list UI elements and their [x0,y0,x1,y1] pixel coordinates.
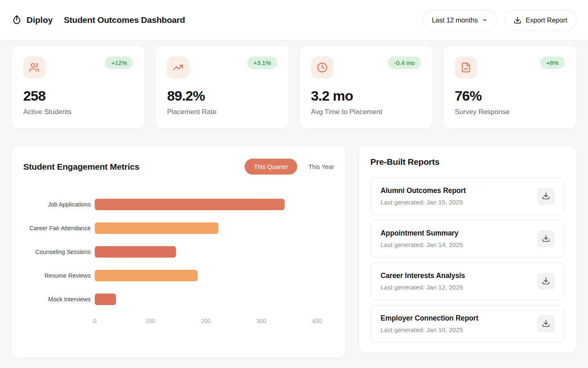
stat-card-top: +12% [23,56,133,79]
chart-title: Student Engagement Metrics [23,162,139,172]
axis-track: 0 100 200 300 400 [95,318,317,326]
reports-title: Pre-Built Reports [370,157,565,167]
chart-row: Counseling Sessions [23,240,334,264]
report-name: Alumni Outcomes Report [381,186,466,195]
axis-tick: 0 [93,318,96,324]
toggle-this-quarter[interactable]: This Quarter [245,159,297,175]
download-icon [542,234,550,244]
stat-label: Survey Response [455,108,565,116]
bar-track [95,270,317,281]
diploy-logo-icon [11,15,22,25]
report-meta: Last generated: Jan 14, 2025 [381,241,463,249]
stat-card-top: +8% [455,56,565,79]
file-check-icon [455,56,477,79]
report-name: Appointment Summary [381,229,463,238]
stat-value: 89.2% [167,88,277,104]
bar-track [95,199,317,210]
report-meta: Last generated: Jan 15, 2025 [381,199,466,206]
bar-label: Job Applications [23,201,95,209]
bar-label: Mock Interviews [23,296,95,303]
bar-resume-reviews [95,270,198,281]
download-icon [514,16,521,24]
stat-card-time-to-placement: -0.4 mo 3.2 mo Avg Time to Placement [299,45,433,129]
engagement-metrics-panel: Student Engagement Metrics This Quarter … [11,145,346,358]
axis-tick: 200 [201,318,211,324]
status-badge: +3.1% [247,56,277,69]
stat-label: Active Students [23,108,133,116]
bar-track [95,222,317,234]
report-card-career-interests[interactable]: Career Interests Analysis Last generated… [370,263,565,300]
status-badge: +12% [105,56,133,69]
download-icon [542,277,550,286]
report-card-employer-connection[interactable]: Employer Connection Report Last generate… [370,305,565,343]
bar-job-applications [95,199,285,210]
report-text: Employer Connection Report Last generate… [381,314,479,334]
header-actions: Last 12 months Export Report [422,10,577,30]
bar-mock-interviews [95,294,116,305]
download-icon [542,319,550,329]
stat-value: 3.2 mo [311,88,421,104]
export-report-label: Export Report [526,16,567,24]
report-meta: Last generated: Jan 10, 2025 [381,326,479,334]
prebuilt-reports-panel: Pre-Built Reports Alumni Outcomes Report… [359,145,577,353]
bar-counseling-sessions [95,246,176,258]
stat-card-active-students: +12% 258 Active Students [11,45,145,129]
bar-career-fair-attendance [95,222,218,234]
stat-label: Placement Rate [167,108,277,116]
brand-name: Diploy [27,15,53,25]
axis-tick: 400 [312,318,322,324]
export-report-button[interactable]: Export Report [504,10,577,30]
chart-row: Resume Reviews [23,264,334,287]
chart-header: Student Engagement Metrics This Quarter … [23,159,334,175]
chart-row: Career Fair Attendance [23,216,334,240]
report-card-alumni-outcomes[interactable]: Alumni Outcomes Report Last generated: J… [370,177,565,215]
bar-track [95,294,317,305]
report-text: Alumni Outcomes Report Last generated: J… [381,186,466,206]
status-badge: +8% [540,56,565,69]
status-badge: -0.4 mo [388,56,421,69]
date-range-dropdown[interactable]: Last 12 months [422,10,497,30]
chevron-down-icon [482,17,488,23]
date-range-value: Last 12 months [432,16,478,24]
stat-label: Avg Time to Placement [311,108,421,116]
report-text: Career Interests Analysis Last generated… [381,272,465,291]
main-content: Student Engagement Metrics This Quarter … [0,129,588,358]
download-icon [542,192,550,201]
stat-value: 76% [455,88,565,104]
stat-card-top: -0.4 mo [311,56,421,79]
stat-card-placement-rate: +3.1% 89.2% Placement Rate [155,45,289,129]
trending-up-icon [167,56,189,79]
period-toggle: This Quarter This Year [245,159,334,175]
clock-icon [311,56,333,79]
axis-tick: 100 [145,318,155,324]
top-bar: Diploy Student Outcomes Dashboard Last 1… [0,0,588,40]
bar-chart: Job Applications Career Fair Attendance … [23,193,334,326]
bar-label: Counseling Sessions [23,248,95,256]
report-text: Appointment Summary Last generated: Jan … [381,229,463,249]
bar-label: Career Fair Attendance [23,224,95,232]
stat-card-survey-response: +8% 76% Survey Response [443,45,577,129]
brand-logo[interactable]: Diploy [11,15,53,25]
report-meta: Last generated: Jan 12, 2025 [381,284,465,291]
stats-row: +12% 258 Active Students +3.1% 89.2% Pla… [0,40,588,129]
report-name: Career Interests Analysis [381,272,465,280]
axis-spacer [23,318,95,326]
bar-track [95,246,317,258]
chart-row: Mock Interviews [23,287,334,311]
download-report-button[interactable] [537,230,555,247]
chart-row: Job Applications [23,193,334,216]
stat-value: 258 [23,88,133,104]
axis-tick: 300 [256,318,266,324]
report-name: Employer Connection Report [381,314,479,323]
bar-label: Resume Reviews [23,272,95,280]
download-report-button[interactable] [537,315,555,332]
page-title: Student Outcomes Dashboard [64,15,185,25]
toggle-this-year[interactable]: This Year [308,163,334,170]
report-card-appointment-summary[interactable]: Appointment Summary Last generated: Jan … [370,220,565,258]
report-list: Alumni Outcomes Report Last generated: J… [370,177,565,343]
download-report-button[interactable] [537,273,555,290]
x-axis: 0 100 200 300 400 [23,318,334,326]
stat-card-top: +3.1% [167,56,277,79]
download-report-button[interactable] [537,188,555,205]
users-icon [23,56,45,79]
